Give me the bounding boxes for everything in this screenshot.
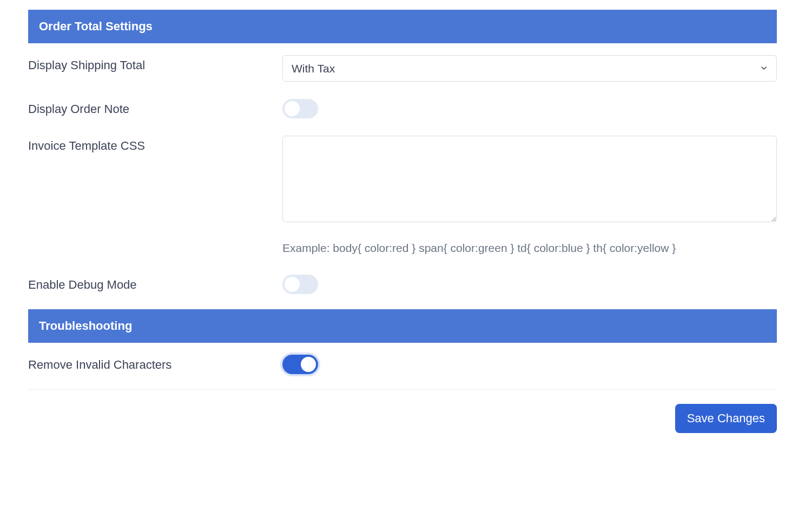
row-remove-invalid-characters: Remove Invalid Characters [28,343,777,380]
row-display-shipping-total: Display Shipping Total With Tax [28,43,777,87]
label-display-shipping-total: Display Shipping Total [28,55,282,72]
row-display-order-note: Display Order Note [28,87,777,124]
display-order-note-toggle[interactable] [282,99,318,118]
invoice-template-css-help: Example: body{ color:red } span{ color:g… [282,239,777,257]
actions-bar: Save Changes [28,390,777,433]
save-changes-button[interactable]: Save Changes [675,404,777,433]
label-enable-debug-mode: Enable Debug Mode [28,275,282,292]
row-enable-debug-mode: Enable Debug Mode [28,263,777,300]
row-invoice-template-css: Invoice Template CSS Example: body{ colo… [28,124,777,263]
section-header-troubleshooting: Troubleshooting [28,309,777,343]
label-invoice-template-css: Invoice Template CSS [28,136,282,153]
section-header-order-total: Order Total Settings [28,10,777,43]
remove-invalid-characters-toggle[interactable] [282,355,318,374]
enable-debug-mode-toggle[interactable] [282,275,318,294]
invoice-template-css-textarea[interactable] [282,136,777,222]
display-shipping-total-select[interactable]: With Tax [282,55,777,82]
label-display-order-note: Display Order Note [28,99,282,116]
label-remove-invalid-characters: Remove Invalid Characters [28,355,282,372]
